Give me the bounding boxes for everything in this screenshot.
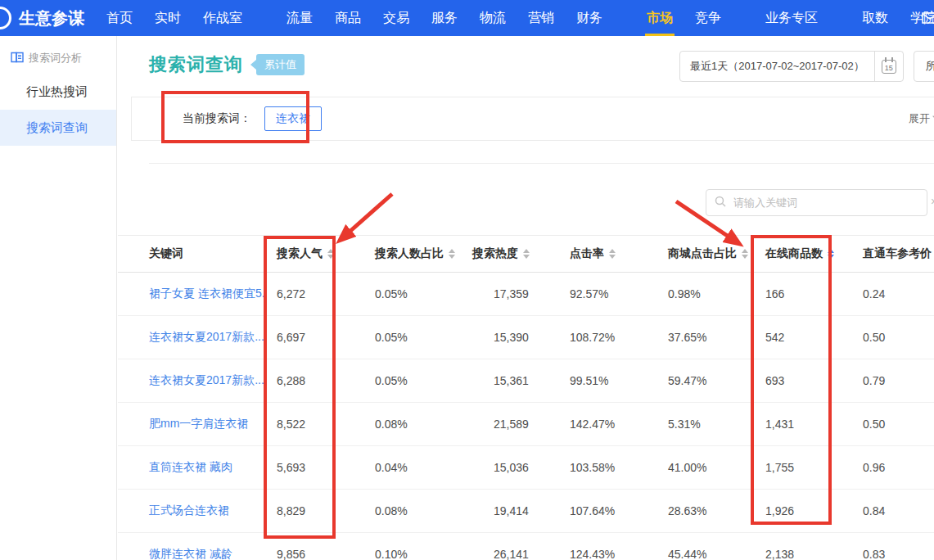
nav-item-data-fetch[interactable]: 取数 xyxy=(862,10,888,27)
keyword-link[interactable]: 微胖连衣裙 减龄 xyxy=(149,547,232,560)
main-header: 搜索词查询 累计值 最近1天（2017-07-02~2017-07-02） 15… xyxy=(118,36,934,97)
table-row: 裙子女夏 连衣裙便宜5.. 6,272 0.05% 17,359 92.57% … xyxy=(118,273,934,316)
search-words-table: 关键词 搜索人气 搜索人数占比 搜索热度 点击率 商城点击占比 在线商品数 直通… xyxy=(118,235,934,560)
nav-item-service[interactable]: 服务 xyxy=(431,10,458,27)
cell-mall-click-share: 45.44% xyxy=(638,548,751,560)
sidebar-section-label: 搜索词分析 xyxy=(29,51,82,65)
cell-search-heat: 15,390 xyxy=(462,331,557,344)
cell-search-popularity: 8,829 xyxy=(264,504,364,517)
date-controls: 最近1天（2017-07-02~2017-07-02） 15 所有终端 xyxy=(679,51,934,82)
nav-item-goods[interactable]: 商品 xyxy=(335,10,361,27)
table-row: 连衣裙女夏2017新款... 6,697 0.05% 15,390 108.72… xyxy=(118,316,934,359)
page: 生意参谋 首页 实时 作战室 流量 商品 交易 服务 物流 营销 财务 市场 竞… xyxy=(0,0,934,560)
date-range-button[interactable]: 最近1天（2017-07-02~2017-07-02） 15 xyxy=(679,51,904,82)
sidebar-item-industry-hot-words[interactable]: 行业热搜词 xyxy=(0,74,116,110)
col-header-search-popularity: 搜索人气 xyxy=(264,246,364,261)
sidebar-item-search-word-query[interactable]: 搜索词查询 xyxy=(0,110,116,146)
nav-item-competition[interactable]: 竞争 xyxy=(695,10,721,27)
cell-searcher-share: 0.05% xyxy=(364,287,462,300)
cell-click-rate: 99.51% xyxy=(557,374,638,387)
cell-online-items: 1,431 xyxy=(751,418,851,431)
search-input[interactable] xyxy=(732,196,920,210)
calendar-segment[interactable]: 15 xyxy=(874,52,903,81)
nav-item-trade[interactable]: 交易 xyxy=(383,10,409,27)
table-row: 直筒连衣裙 藏肉 5,693 0.04% 15,036 103.58% 41.0… xyxy=(118,446,934,490)
nav-item-market[interactable]: 市场 xyxy=(647,10,673,27)
keyword-search-box[interactable] xyxy=(706,189,927,216)
sort-icon[interactable] xyxy=(449,249,455,259)
cell-mall-click-share: 41.00% xyxy=(638,461,751,474)
logo-icon xyxy=(0,7,11,29)
sort-icon[interactable] xyxy=(523,249,530,259)
nav-item-traffic[interactable]: 流量 xyxy=(287,10,313,27)
cell-searcher-share: 0.10% xyxy=(364,548,462,560)
cell-search-popularity: 5,693 xyxy=(264,461,364,474)
keyword-link[interactable]: 肥mm一字肩连衣裙 xyxy=(149,417,248,430)
sort-icon[interactable] xyxy=(609,249,616,259)
cell-ztc-price: 0.96 xyxy=(851,461,934,474)
section-divider xyxy=(149,163,934,164)
cell-searcher-share: 0.05% xyxy=(364,374,462,387)
sort-icon-active[interactable] xyxy=(828,249,834,259)
cell-searcher-share: 0.08% xyxy=(364,418,462,431)
table-row: 正式场合连衣裙 8,829 0.08% 19,414 107.64% 28.63… xyxy=(118,490,934,533)
clear-icon[interactable]: × xyxy=(931,195,934,208)
terminal-select-button[interactable]: 所有终端 xyxy=(914,51,934,82)
keyword-link[interactable]: 直筒连衣裙 藏肉 xyxy=(149,460,232,473)
nav-item-home[interactable]: 首页 xyxy=(106,10,133,27)
cell-online-items: 693 xyxy=(751,374,851,387)
cell-searcher-share: 0.05% xyxy=(364,331,462,344)
cumulative-value-badge: 累计值 xyxy=(256,54,305,75)
cell-search-popularity: 8,522 xyxy=(264,418,364,431)
cell-ztc-price: 0.24 xyxy=(851,287,934,300)
page-title: 搜索词查询 xyxy=(149,52,243,77)
nav-item-logistics[interactable]: 物流 xyxy=(480,10,506,27)
col-header-keyword: 关键词 xyxy=(118,246,264,261)
cell-search-popularity: 9,856 xyxy=(264,548,364,560)
keyword-link[interactable]: 正式场合连衣裙 xyxy=(149,504,229,517)
app-logo[interactable]: 生意参谋 xyxy=(0,7,84,29)
filter-card: 当前搜索词： 连衣裙 展开 xyxy=(131,97,934,141)
expand-label: 展开 xyxy=(909,112,930,124)
mail-icon[interactable] xyxy=(922,12,934,27)
table-header-row: 关键词 搜索人气 搜索人数占比 搜索热度 点击率 商城点击占比 在线商品数 直通… xyxy=(118,235,934,273)
top-nav: 生意参谋 首页 实时 作战室 流量 商品 交易 服务 物流 营销 财务 市场 竞… xyxy=(0,0,934,36)
sort-icon[interactable] xyxy=(742,249,748,259)
current-keyword-tag[interactable]: 连衣裙 xyxy=(264,106,322,131)
keyword-link[interactable]: 连衣裙女夏2017新款... xyxy=(149,373,264,386)
cell-search-heat: 21,589 xyxy=(462,418,557,431)
nav-item-war-room[interactable]: 作战室 xyxy=(203,10,242,27)
cell-search-heat: 19,414 xyxy=(462,504,557,517)
cell-online-items: 1,755 xyxy=(751,461,851,474)
col-header-mall-click-share: 商城点击占比 xyxy=(638,246,751,261)
current-keyword-label: 当前搜索词： xyxy=(183,111,251,126)
nav-item-marketing[interactable]: 营销 xyxy=(528,10,554,27)
cell-click-rate: 124.43% xyxy=(557,548,638,560)
col-header-ztc-reference-price: 直通车参考价 xyxy=(851,246,934,261)
cell-click-rate: 108.72% xyxy=(557,331,638,344)
cell-click-rate: 142.47% xyxy=(557,418,638,431)
cell-mall-click-share: 28.63% xyxy=(638,504,751,517)
cell-online-items: 1,926 xyxy=(751,504,851,517)
sort-icon[interactable] xyxy=(327,249,334,259)
cell-online-items: 542 xyxy=(751,331,851,344)
cell-online-items: 166 xyxy=(751,287,851,300)
calendar-icon: 15 xyxy=(882,60,896,74)
cell-ztc-price: 0.50 xyxy=(851,418,934,431)
cell-ztc-price: 0.84 xyxy=(851,504,934,517)
keyword-link[interactable]: 裙子女夏 连衣裙便宜5.. xyxy=(149,287,264,300)
col-header-click-rate: 点击率 xyxy=(557,246,638,261)
col-header-searcher-share: 搜索人数占比 xyxy=(364,246,462,261)
sidebar-section-search-analysis: 搜索词分析 xyxy=(11,51,116,65)
cell-mall-click-share: 0.98% xyxy=(638,287,751,300)
cell-click-rate: 103.58% xyxy=(557,461,638,474)
nav-item-realtime[interactable]: 实时 xyxy=(155,10,181,27)
expand-toggle[interactable]: 展开 xyxy=(909,111,934,126)
cell-searcher-share: 0.08% xyxy=(364,504,462,517)
logo-text: 生意参谋 xyxy=(19,7,84,29)
cell-searcher-share: 0.04% xyxy=(364,461,462,474)
nav-item-business-zone[interactable]: 业务专区 xyxy=(765,10,818,27)
nav-item-finance[interactable]: 财务 xyxy=(576,10,602,27)
keyword-link[interactable]: 连衣裙女夏2017新款... xyxy=(149,330,264,343)
cell-search-heat: 15,361 xyxy=(462,374,557,387)
